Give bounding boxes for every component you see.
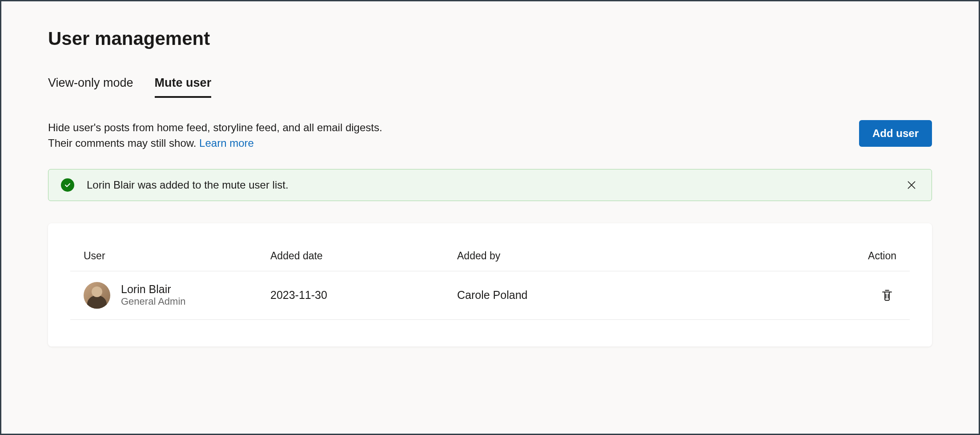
add-user-button[interactable]: Add user [859, 120, 932, 147]
description-line2: Their comments may still show. [48, 137, 199, 149]
tab-mute-user[interactable]: Mute user [155, 76, 212, 98]
added-date-cell: 2023-11-30 [270, 289, 457, 302]
notification-close-button[interactable] [904, 177, 919, 193]
avatar [84, 282, 110, 309]
table-header-action: Action [843, 250, 896, 262]
user-table-card: User Added date Added by Action Lorin Bl… [48, 223, 932, 346]
success-notification: Lorin Blair was added to the mute user l… [48, 169, 932, 201]
description-text: Hide user's posts from home feed, storyl… [48, 120, 382, 151]
table-header-user: User [84, 250, 270, 262]
delete-button[interactable] [878, 286, 896, 305]
user-name: Lorin Blair [121, 283, 186, 296]
table-header-added-by: Added by [457, 250, 843, 262]
notification-message: Lorin Blair was added to the mute user l… [87, 179, 289, 191]
table-header-added-date: Added date [270, 250, 457, 262]
table-header: User Added date Added by Action [70, 241, 910, 271]
check-circle-icon [61, 178, 74, 192]
trash-icon [880, 289, 894, 302]
user-role: General Admin [121, 296, 186, 307]
tab-view-only-mode[interactable]: View-only mode [48, 76, 133, 98]
description-line1: Hide user's posts from home feed, storyl… [48, 121, 382, 133]
tabs: View-only mode Mute user [48, 76, 932, 98]
table-row: Lorin Blair General Admin 2023-11-30 Car… [70, 271, 910, 320]
page-title: User management [48, 28, 932, 49]
added-by-cell: Carole Poland [457, 289, 843, 302]
learn-more-link[interactable]: Learn more [199, 137, 254, 149]
close-icon [906, 179, 917, 191]
